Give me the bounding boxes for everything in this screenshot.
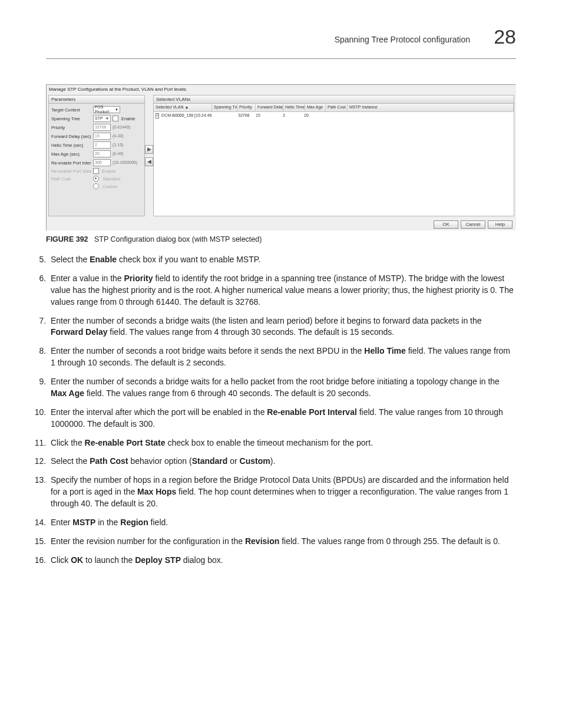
target-context-select[interactable]: FOS Product ▼ xyxy=(93,106,120,113)
header-rule xyxy=(46,58,516,59)
label-hello-time: Hello Time (sec) xyxy=(51,143,91,148)
path-cost-standard-radio[interactable] xyxy=(93,176,99,182)
spanning-tree-select[interactable]: STP ▼ xyxy=(93,115,111,122)
param-target-context: Target Context FOS Product ▼ xyxy=(51,106,142,113)
step-8: Enter the number of seconds a root bridg… xyxy=(48,345,516,369)
row-priority: 32768 xyxy=(236,112,254,120)
target-context-value: FOS Product xyxy=(95,105,115,115)
path-cost-standard-label: Standard xyxy=(103,176,120,182)
step-10: Enter the interval after which the port … xyxy=(48,407,516,430)
label-target-context: Target Context xyxy=(51,107,91,113)
shuttle-controls: ▶ ◀ xyxy=(145,95,153,216)
step-9: Enter the number of seconds a bridge wai… xyxy=(48,376,516,400)
table-row[interactable]: + DCM-B8000_108 [10.24.48.108] STP 32768… xyxy=(154,112,514,120)
move-right-button[interactable]: ▶ xyxy=(145,145,153,154)
param-reenable-state: Re-enable Port State Enable xyxy=(51,168,142,174)
max-age-range: (6-40) xyxy=(113,151,124,156)
label-priority: Priority xyxy=(51,125,91,130)
row-hello-time: 2 xyxy=(281,112,302,120)
param-reenable-interval: Re-enable Port Interval 300 (10-1000000) xyxy=(51,159,142,166)
selected-vlans-panel: Selected VLANs Selected VLAN ▲ Spanning … xyxy=(153,95,514,216)
figure-number: FIGURE 392 xyxy=(46,235,88,243)
row-spanning-tree xyxy=(211,112,236,120)
path-cost-custom-label: Custom xyxy=(103,184,118,189)
param-spanning-tree: Spanning Tree STP ▼ Enable xyxy=(51,115,142,122)
row-path-cost xyxy=(322,112,343,120)
path-cost-custom-radio[interactable] xyxy=(93,183,99,189)
step-6: Enter a value in the Priority field to i… xyxy=(48,273,516,308)
param-priority: Priority 32768 (0-61440) xyxy=(51,124,142,131)
label-spanning-tree: Spanning Tree xyxy=(51,116,91,121)
step-12: Select the Path Cost behavior option (St… xyxy=(48,456,516,467)
reenable-interval-range: (10-1000000) xyxy=(113,160,137,165)
col-spanning-tree[interactable]: Spanning Tree xyxy=(212,104,237,111)
section-title: Spanning Tree Protocol configuration xyxy=(335,35,470,44)
chapter-number: 28 xyxy=(494,25,516,48)
cancel-button[interactable]: Cancel xyxy=(461,220,485,229)
spanning-tree-value: STP xyxy=(95,116,103,121)
param-hello-time: Hello Time (sec) 2 (1-10) xyxy=(51,141,142,149)
forward-delay-field[interactable]: 15 xyxy=(93,133,111,140)
col-path-cost[interactable]: Path Cost xyxy=(326,104,348,111)
reenable-state-value: Enable xyxy=(102,169,115,174)
selected-vlans-title: Selected VLANs xyxy=(154,95,514,104)
vlans-columns-header: Selected VLAN ▲ Spanning Tree Priority F… xyxy=(154,104,514,111)
reenable-interval-field[interactable]: 300 xyxy=(93,159,111,166)
priority-field[interactable]: 32768 xyxy=(93,124,111,131)
chevron-down-icon: ▼ xyxy=(105,117,109,121)
chevron-down-icon: ▼ xyxy=(115,108,118,112)
figure-caption: FIGURE 392 STP Configuration dialog box … xyxy=(46,235,516,243)
figure-title: STP Configuration dialog box (with MSTP … xyxy=(94,235,262,243)
step-7: Enter the number of seconds a bridge wai… xyxy=(48,315,516,339)
step-14: Enter MSTP in the Region field. xyxy=(48,517,516,529)
label-path-cost: Path Cost xyxy=(51,176,91,182)
label-max-age: Max Age (sec) xyxy=(51,151,91,157)
label-forward-delay: Forward Delay (sec) xyxy=(51,134,91,139)
stp-config-dialog: Manage STP Configurations at the Product… xyxy=(46,84,516,230)
row-name: DCM-B8000_108 [10.24.48.108] STP xyxy=(161,113,211,118)
label-reenable-state: Re-enable Port State xyxy=(51,169,91,174)
step-5: Select the Enable check box if you want … xyxy=(48,254,516,266)
step-16: Click OK to launch the Deploy STP dialog… xyxy=(48,555,516,566)
param-max-age: Max Age (sec) 20 (6-40) xyxy=(51,150,142,157)
col-selected-vlan[interactable]: Selected VLAN ▲ xyxy=(154,104,212,111)
running-header: Spanning Tree Protocol configuration 28 xyxy=(46,32,516,61)
param-path-cost: Path Cost Standard xyxy=(51,176,142,182)
forward-delay-range: (4-30) xyxy=(113,134,124,139)
row-mstp-instance xyxy=(343,112,514,120)
enable-label: Enable xyxy=(121,116,135,121)
max-age-field[interactable]: 20 xyxy=(93,150,111,157)
row-forward-delay: 15 xyxy=(254,112,281,120)
col-hello-time[interactable]: Hello Time xyxy=(283,104,305,111)
col-priority[interactable]: Priority xyxy=(237,104,256,111)
step-13: Specify the number of hops in a region b… xyxy=(48,475,516,510)
step-11: Click the Re-enable Port State check box… xyxy=(48,437,516,449)
dialog-buttons: OK Cancel Help xyxy=(434,220,513,229)
param-path-cost-custom: Custom xyxy=(51,183,142,189)
enable-checkbox[interactable] xyxy=(113,116,118,121)
help-button[interactable]: Help xyxy=(488,220,513,229)
hello-time-field[interactable]: 2 xyxy=(93,141,111,149)
reenable-state-checkbox[interactable] xyxy=(93,168,99,174)
dialog-caption: Manage STP Configurations at the Product… xyxy=(47,85,516,95)
param-forward-delay: Forward Delay (sec) 15 (4-30) xyxy=(51,133,142,140)
step-15: Enter the revision number for the config… xyxy=(48,536,516,548)
hello-time-range: (1-10) xyxy=(113,143,124,147)
ok-button[interactable]: OK xyxy=(434,220,458,229)
parameters-title: Parameters xyxy=(49,95,144,104)
row-max-age: 20 xyxy=(302,112,322,120)
tree-expand-icon[interactable]: + xyxy=(156,113,159,118)
priority-range: (0-61440) xyxy=(113,125,130,130)
parameters-panel: Parameters Target Context FOS Product ▼ … xyxy=(48,95,145,216)
label-reenable-interval: Re-enable Port Interval xyxy=(51,160,91,166)
steps-list: Select the Enable check box if you want … xyxy=(48,254,516,566)
col-max-age[interactable]: Max Age xyxy=(305,104,326,111)
col-mstp-instance[interactable]: MSTP Instance xyxy=(348,104,514,111)
move-left-button[interactable]: ◀ xyxy=(145,157,153,166)
col-forward-delay[interactable]: Forward Delay xyxy=(256,104,283,111)
